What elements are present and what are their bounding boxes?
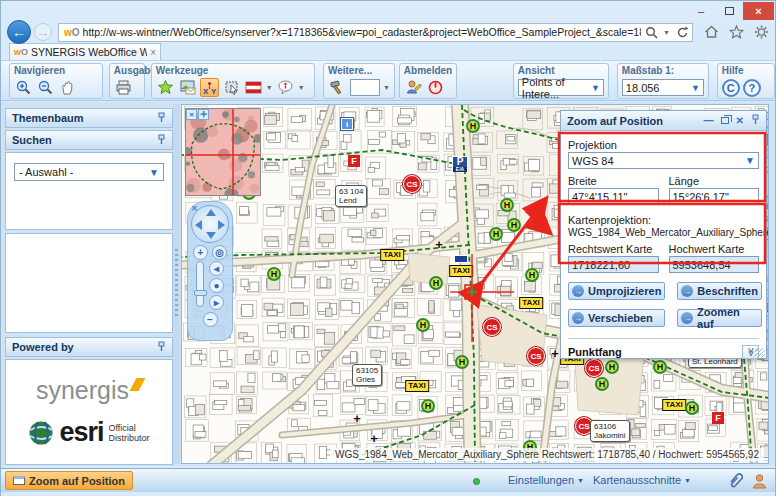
- massstab-select[interactable]: 18.056▼: [622, 79, 704, 96]
- pin-icon[interactable]: [157, 341, 166, 354]
- laenge-input[interactable]: 15°26'6.17": [669, 188, 760, 205]
- auswahl-select[interactable]: - Auswahl - ▼: [14, 163, 164, 181]
- help-button[interactable]: ?: [743, 79, 761, 97]
- zoom-out-icon[interactable]: [36, 78, 55, 97]
- sidebar-splitter[interactable]: [173, 104, 180, 464]
- map-area-label: 63105Gries: [352, 364, 382, 386]
- url-dropdown-icon[interactable]: ▼: [663, 29, 670, 36]
- tab-close-icon[interactable]: ×: [150, 47, 156, 58]
- window-minimize-button[interactable]: –: [687, 2, 715, 20]
- zoom-to-position-xy-icon[interactable]: XY: [200, 78, 219, 97]
- flag-dropdown-icon[interactable]: ▼: [266, 84, 273, 91]
- zoom-out-button[interactable]: −: [203, 312, 218, 327]
- zoom-slider-handle[interactable]: [194, 290, 207, 296]
- overview-close-icon[interactable]: ×: [186, 109, 197, 120]
- pin-icon[interactable]: [157, 112, 166, 125]
- hochwert-field[interactable]: 5953648,54: [669, 256, 760, 273]
- dialog-close-icon[interactable]: ✕: [736, 115, 744, 126]
- search-icon[interactable]: [643, 24, 659, 40]
- overview-move-icon[interactable]: ✛: [198, 109, 209, 120]
- full-extent-button[interactable]: ◎: [212, 245, 227, 260]
- svg-text:Y: Y: [211, 87, 217, 96]
- group-label-werkzeuge: Werkzeuge: [156, 65, 310, 77]
- info-dropdown-icon[interactable]: ▼: [298, 84, 305, 91]
- weitere-dropdown-icon[interactable]: ▼: [383, 84, 390, 91]
- active-tool-tab[interactable]: Zoom auf Position: [5, 471, 133, 490]
- dialog-resize-grip[interactable]: [755, 348, 765, 358]
- map-viewport[interactable]: TAXITAXITAXITAXITAXITAXIHHHHHHHHHHHHHHHH…: [181, 104, 769, 464]
- print-icon[interactable]: [114, 78, 133, 97]
- map-symbol-h: H: [685, 401, 699, 415]
- pan-right-icon[interactable]: [218, 220, 225, 230]
- breite-input[interactable]: 47°4'15.11": [568, 188, 659, 205]
- toolbar-group-massstab: Maßstab 1: 18.056▼: [617, 63, 709, 99]
- beschriften-button[interactable]: →Beschriften: [677, 282, 762, 300]
- map-symbol-h: H: [429, 276, 443, 290]
- panel-header-powered-by[interactable]: Powered by: [5, 337, 173, 357]
- rechtswert-field[interactable]: 1718221,60: [568, 256, 659, 273]
- previous-extent-button[interactable]: ◂: [209, 261, 224, 276]
- weitere-select[interactable]: [350, 79, 380, 96]
- massstab-select-arrow-icon[interactable]: ▼: [687, 83, 700, 93]
- next-extent-button[interactable]: ▸: [209, 295, 224, 310]
- send-map-image-icon[interactable]: [178, 78, 197, 97]
- window-maximize-button[interactable]: [715, 2, 743, 20]
- settings-gear-icon[interactable]: [753, 24, 769, 40]
- zoom-in-button[interactable]: +: [193, 245, 208, 260]
- context-help-button[interactable]: C: [722, 79, 740, 97]
- projektion-select[interactable]: WGS 84 ▼: [568, 152, 759, 169]
- browser-forward-button[interactable]: →: [34, 23, 52, 41]
- user-profile-icon[interactable]: [752, 473, 767, 493]
- favorites-star-icon[interactable]: [728, 24, 744, 40]
- projektion-select-arrow-icon[interactable]: ▼: [745, 155, 755, 166]
- map-navigation-widget[interactable]: ✕ + ◎ ◂ ● ▸: [187, 201, 233, 341]
- map-symbol-h: H: [500, 198, 514, 212]
- zoom-in-icon[interactable]: [14, 78, 33, 97]
- url-input[interactable]: [83, 26, 642, 38]
- verschieben-button[interactable]: →Verschieben: [568, 309, 665, 327]
- dialog-minimize-icon[interactable]: —: [704, 115, 714, 126]
- window-icon: [13, 476, 25, 485]
- pan-left-icon[interactable]: [195, 220, 202, 230]
- select-rectangle-icon[interactable]: [222, 78, 241, 97]
- pan-up-icon[interactable]: [206, 209, 216, 216]
- current-extent-button[interactable]: ●: [209, 278, 224, 293]
- ansicht-select-arrow-icon[interactable]: ▼: [587, 83, 600, 93]
- chevron-down-icon: ▼: [577, 477, 584, 484]
- pan-hand-icon[interactable]: [58, 78, 77, 97]
- user-edit-icon[interactable]: [404, 78, 423, 97]
- dialog-restore-icon[interactable]: [721, 117, 729, 124]
- zoom-slider[interactable]: [196, 261, 204, 307]
- arrow-circle-icon: →: [681, 312, 693, 324]
- overview-map[interactable]: × ✛: [185, 108, 261, 196]
- dialog-pin-icon[interactable]: [751, 114, 760, 127]
- dialog-titlebar[interactable]: Zoom auf Position — ✕: [561, 111, 766, 131]
- sidebar: Themenbaum Suchen - Auswahl - ▼ Powered …: [5, 108, 173, 464]
- ansicht-select[interactable]: Points of Intere...▼: [518, 79, 604, 96]
- hochwert-label: Hochwert Karte: [669, 243, 760, 255]
- browser-tab[interactable]: wO SYNERGIS WebOffice Web... ×: [9, 43, 161, 60]
- zoomen-auf-button[interactable]: →Zoomen auf: [677, 309, 762, 327]
- austria-flag-icon[interactable]: [244, 78, 263, 97]
- add-favorite-star-icon[interactable]: [156, 78, 175, 97]
- tools-hammer-icon[interactable]: [328, 78, 347, 97]
- browser-back-button[interactable]: ←: [7, 20, 31, 44]
- home-icon[interactable]: [703, 24, 719, 40]
- attachment-paperclip-icon[interactable]: [727, 472, 743, 493]
- info-bubble-icon[interactable]: [276, 78, 295, 97]
- window-close-button[interactable]: ×: [743, 2, 774, 20]
- app-toolbar: Navigieren Ausgabe Werkzeuge XY ▼: [1, 60, 775, 101]
- auswahl-select-arrow-icon[interactable]: ▼: [149, 167, 159, 178]
- umprojizieren-button[interactable]: →Umprojizieren: [568, 282, 665, 300]
- panel-header-themenbaum[interactable]: Themenbaum: [5, 108, 173, 128]
- map-symbol-h: H: [525, 268, 539, 282]
- panel-header-suchen[interactable]: Suchen: [5, 130, 173, 150]
- pan-dpad[interactable]: [191, 205, 229, 243]
- einstellungen-menu[interactable]: Einstellungen▼: [508, 474, 584, 486]
- url-box[interactable]: wO ▼: [58, 23, 693, 42]
- kartenausschnitte-menu[interactable]: Kartenausschnitte▼: [593, 474, 691, 486]
- pin-icon[interactable]: [157, 134, 166, 147]
- pan-down-icon[interactable]: [206, 232, 216, 239]
- refresh-icon[interactable]: [674, 24, 690, 40]
- logout-power-icon[interactable]: [426, 78, 445, 97]
